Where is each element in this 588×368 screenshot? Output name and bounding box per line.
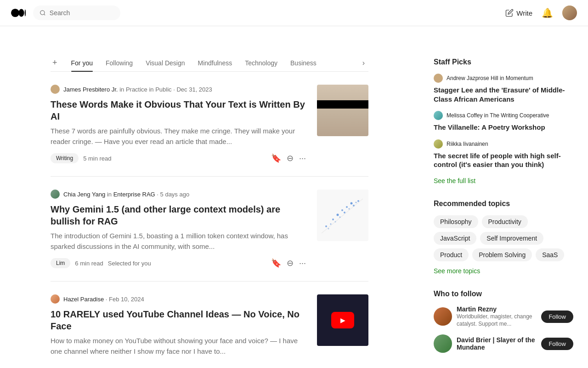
search-box[interactable] [33, 6, 120, 20]
notification-bell-icon[interactable]: 🔔 [542, 7, 553, 18]
search-icon [40, 9, 46, 17]
follow-button[interactable]: Follow [541, 338, 573, 350]
tab-visual-design[interactable]: Visual Design [139, 55, 191, 71]
author-link[interactable]: Chia Jeng Yang [63, 191, 105, 198]
sp-title[interactable]: The Villanelle: A Poetry Workshop [434, 123, 573, 132]
article-title[interactable]: 10 RARELY used YouTube Channel Ideas — N… [51, 308, 306, 332]
tab-mindfulness[interactable]: Mindfulness [191, 55, 238, 71]
main-content: + For you Following Visual Design Mindfu… [40, 47, 379, 368]
article-meta: Hazel Paradise · Feb 10, 2024 [51, 294, 306, 304]
sp-avatar [434, 111, 443, 120]
selected-badge: Selected for you [108, 260, 151, 267]
article-tag[interactable]: Lim [51, 258, 70, 268]
topic-productivity[interactable]: Productivity [482, 215, 528, 228]
tab-business[interactable]: Business [284, 55, 323, 71]
sp-title[interactable]: Stagger Lee and the 'Erasure' of Middle-… [434, 86, 573, 104]
more-options-button[interactable]: ··· [299, 154, 306, 163]
add-tab-button[interactable]: + [51, 54, 59, 71]
write-icon [505, 9, 514, 17]
tab-following[interactable]: Following [99, 55, 139, 71]
sp-author-text: Andrew Jazprose Hill in Momentum [447, 75, 533, 81]
topic-saas[interactable]: SaaS [536, 248, 564, 261]
less-like-this-button[interactable]: ⊖ [287, 153, 294, 163]
topic-javascript[interactable]: JavaScript [434, 232, 476, 245]
author-avatar [51, 190, 60, 199]
publication-link[interactable]: Enterprise RAG [113, 191, 155, 198]
staff-pick-item: Melissa Coffey in The Writing Cooperativ… [434, 111, 573, 132]
svg-point-19 [356, 202, 357, 203]
tab-for-you[interactable]: For you [65, 55, 99, 71]
sp-author: Melissa Coffey in The Writing Cooperativ… [434, 111, 573, 120]
article-thumbnail [317, 190, 368, 241]
staff-pick-item: Riikka Iivanainen The secret life of peo… [434, 139, 573, 169]
svg-point-7 [337, 214, 339, 216]
article-body: James Presbitero Jr. in Practice in Publ… [51, 85, 306, 163]
topbar: Write 🔔 [0, 0, 588, 26]
topbar-left [11, 6, 120, 20]
see-full-list-link[interactable]: See the full list [434, 177, 475, 184]
save-article-button[interactable]: 🔖 [271, 258, 281, 268]
write-button[interactable]: Write [505, 9, 532, 17]
article-tag[interactable]: Writing [51, 153, 79, 163]
article-card: Chia Jeng Yang in Enterprise RAG · 5 day… [51, 177, 368, 282]
follow-button[interactable]: Follow [541, 310, 573, 323]
sp-author-text: Melissa Coffey in The Writing Cooperativ… [447, 112, 549, 119]
topic-self-improvement[interactable]: Self Improvement [480, 232, 543, 245]
meta-in: in [119, 86, 124, 93]
article-body: Hazel Paradise · Feb 10, 2024 10 RARELY … [51, 294, 306, 363]
article-tags: Lim 6 min read Selected for you [51, 258, 151, 268]
article-card: Hazel Paradise · Feb 10, 2024 10 RARELY … [51, 282, 368, 368]
svg-point-2 [25, 10, 26, 17]
see-more-topics-link[interactable]: See more topics [434, 267, 480, 275]
topics-grid: Philosophy Productivity JavaScript Self … [434, 215, 573, 261]
nav-tabs: + For you Following Visual Design Mindfu… [51, 47, 368, 72]
less-like-this-button[interactable]: ⊖ [287, 258, 294, 268]
svg-rect-4 [317, 190, 368, 241]
nav-arrow-right-icon[interactable]: › [359, 55, 368, 71]
svg-point-13 [344, 212, 345, 213]
article-body: Chia Jeng Yang in Enterprise RAG · 5 day… [51, 190, 306, 268]
article-meta-text: Chia Jeng Yang in Enterprise RAG · 5 day… [63, 191, 189, 198]
article-thumbnail [317, 294, 368, 346]
topic-product[interactable]: Product [434, 248, 469, 261]
article-date: 5 days ago [160, 191, 190, 198]
topic-problem-solving[interactable]: Problem Solving [472, 248, 532, 261]
article-title[interactable]: Why Gemini 1.5 (and other large context … [51, 203, 306, 227]
recommended-topics-title: Recommended topics [434, 200, 573, 208]
sp-author: Andrew Jazprose Hill in Momentum [434, 74, 573, 83]
tab-technology[interactable]: Technology [238, 55, 284, 71]
avatar-image [562, 6, 577, 20]
follow-name: David Brier | Slayer of the Mundane [457, 336, 537, 351]
medium-logo[interactable] [11, 8, 26, 17]
article-thumbnail [317, 85, 368, 136]
author-link[interactable]: Hazel Paradise [63, 296, 104, 303]
search-input[interactable] [50, 9, 114, 17]
svg-point-0 [11, 9, 19, 17]
follow-avatar [434, 307, 452, 326]
user-avatar[interactable] [562, 6, 577, 20]
more-options-button[interactable]: ··· [299, 259, 306, 268]
author-link[interactable]: James Presbitero Jr. [63, 86, 118, 93]
youtube-play-icon [331, 312, 354, 328]
save-article-button[interactable]: 🔖 [271, 153, 281, 163]
svg-point-8 [341, 209, 343, 211]
article-footer: Lim 6 min read Selected for you 🔖 ⊖ ··· [51, 258, 306, 268]
follow-item: Martin Rezny Worldbuilder, magister, cha… [434, 305, 573, 328]
svg-point-16 [357, 200, 359, 202]
pub-name: Practice in Public [126, 86, 172, 93]
article-meta-text: James Presbitero Jr. in Practice in Publ… [63, 86, 212, 93]
svg-point-1 [18, 9, 24, 17]
article-meta-text: Hazel Paradise · Feb 10, 2024 [63, 296, 144, 303]
topbar-right: Write 🔔 [505, 6, 577, 20]
svg-point-5 [325, 225, 327, 227]
sp-author-text: Riikka Iivanainen [447, 141, 488, 147]
article-meta: James Presbitero Jr. in Practice in Publ… [51, 85, 306, 94]
sp-title[interactable]: The secret life of people with high self… [434, 151, 573, 169]
topic-philosophy[interactable]: Philosophy [434, 215, 478, 228]
svg-point-9 [346, 206, 348, 208]
read-time: 5 min read [83, 155, 111, 162]
article-title[interactable]: These Words Make it Obvious That Your Te… [51, 98, 306, 122]
article-date: Dec 31, 2023 [176, 86, 212, 93]
article-subtitle: These 7 words are painfully obvious. The… [51, 126, 306, 147]
article-subtitle: The introduction of Gemini 1.5, boasting… [51, 231, 306, 252]
